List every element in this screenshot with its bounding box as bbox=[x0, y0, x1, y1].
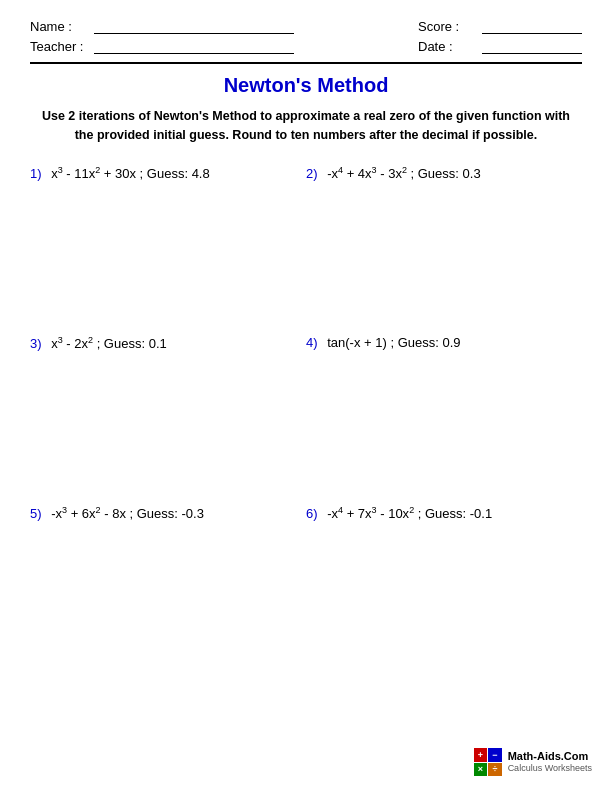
problem-6: 6) -x4 + 7x3 - 10x2 ; Guess: -0.1 bbox=[306, 501, 582, 671]
logo-sub: Calculus Worksheets bbox=[508, 763, 592, 774]
problem-3-text: x3 - 2x2 ; Guess: 0.1 bbox=[51, 335, 167, 351]
header-divider bbox=[30, 62, 582, 64]
problem-1-number: 1) bbox=[30, 166, 42, 181]
teacher-line bbox=[94, 38, 294, 54]
logo-icon: + − × ÷ bbox=[474, 748, 502, 776]
problems-grid: 1) x3 - 11x2 + 30x ; Guess: 4.8 2) -x4 +… bbox=[30, 161, 582, 671]
problem-2: 2) -x4 + 4x3 - 3x2 ; Guess: 0.3 bbox=[306, 161, 582, 331]
logo-name: Math-Aids.Com bbox=[508, 750, 592, 763]
problem-5-text: -x3 + 6x2 - 8x ; Guess: -0.3 bbox=[51, 505, 204, 521]
logo-cell-minus: − bbox=[488, 748, 502, 762]
header-section: Name : Teacher : Score : Date : bbox=[30, 18, 582, 54]
problem-5: 5) -x3 + 6x2 - 8x ; Guess: -0.3 bbox=[30, 501, 306, 671]
worksheet-title: Newton's Method bbox=[30, 74, 582, 97]
teacher-field: Teacher : bbox=[30, 38, 294, 54]
problem-3-number: 3) bbox=[30, 336, 42, 351]
score-label: Score : bbox=[418, 19, 478, 34]
problem-4: 4) tan(-x + 1) ; Guess: 0.9 bbox=[306, 331, 582, 501]
name-line bbox=[94, 18, 294, 34]
problem-5-number: 5) bbox=[30, 506, 42, 521]
problem-3: 3) x3 - 2x2 ; Guess: 0.1 bbox=[30, 331, 306, 501]
date-field: Date : bbox=[418, 38, 582, 54]
name-label: Name : bbox=[30, 19, 90, 34]
instructions: Use 2 iterations of Newton's Method to a… bbox=[30, 107, 582, 145]
date-line bbox=[482, 38, 582, 54]
logo-cell-div: ÷ bbox=[488, 763, 502, 777]
problem-1: 1) x3 - 11x2 + 30x ; Guess: 4.8 bbox=[30, 161, 306, 331]
logo-cell-times: × bbox=[474, 763, 488, 777]
problem-4-text: tan(-x + 1) ; Guess: 0.9 bbox=[327, 335, 460, 350]
teacher-label: Teacher : bbox=[30, 39, 90, 54]
problem-6-number: 6) bbox=[306, 506, 318, 521]
problem-2-text: -x4 + 4x3 - 3x2 ; Guess: 0.3 bbox=[327, 165, 480, 181]
score-field: Score : bbox=[418, 18, 582, 34]
logo-cell-plus: + bbox=[474, 748, 488, 762]
logo-area: + − × ÷ Math-Aids.Com Calculus Worksheet… bbox=[474, 748, 592, 776]
date-label: Date : bbox=[418, 39, 478, 54]
logo-text: Math-Aids.Com Calculus Worksheets bbox=[508, 750, 592, 774]
problem-6-text: -x4 + 7x3 - 10x2 ; Guess: -0.1 bbox=[327, 505, 492, 521]
problem-2-number: 2) bbox=[306, 166, 318, 181]
score-line bbox=[482, 18, 582, 34]
problem-4-number: 4) bbox=[306, 335, 318, 350]
problem-1-text: x3 - 11x2 + 30x ; Guess: 4.8 bbox=[51, 165, 210, 181]
name-field: Name : bbox=[30, 18, 294, 34]
